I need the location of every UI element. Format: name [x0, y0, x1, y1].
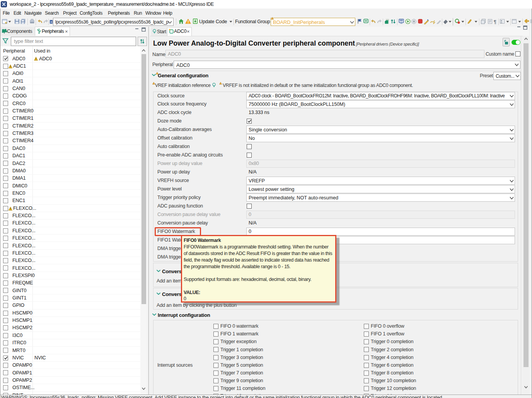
svg-text:a: a — [50, 20, 52, 24]
